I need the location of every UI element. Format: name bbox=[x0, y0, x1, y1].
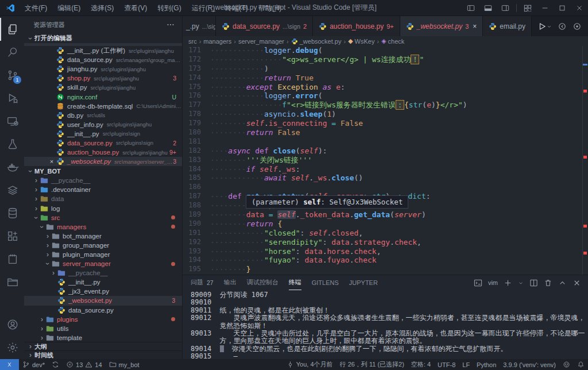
code-line[interactable]: 174············return True bbox=[183, 74, 588, 83]
code-line[interactable]: 175········except Exception as e: bbox=[183, 83, 588, 92]
menu-item[interactable]: 帮助(H) bbox=[253, 0, 287, 16]
maximize-panel-icon[interactable] bbox=[558, 279, 567, 287]
folder-explorer-icon[interactable] bbox=[0, 271, 24, 294]
status-item-feedback[interactable] bbox=[559, 359, 574, 370]
line-number[interactable]: 194 bbox=[183, 256, 210, 265]
code-line[interactable]: 177················f"<r>链接到ws服务器时发生错误：{s… bbox=[183, 101, 588, 110]
tree-item[interactable]: ›utils bbox=[24, 324, 182, 333]
maximize-button[interactable] bbox=[554, 0, 571, 16]
toggle-panel-icon[interactable] bbox=[479, 0, 497, 16]
terminal-output[interactable]: 89009分节阅读 10678901089011纸，他的灵魂，都是在此刻被重创！… bbox=[183, 290, 588, 359]
line-number[interactable]: 172 bbox=[183, 55, 210, 64]
timeline-section[interactable]: › 时间线 bbox=[24, 350, 182, 359]
panel-tab[interactable]: GITLENS bbox=[312, 275, 339, 290]
line-number[interactable]: 187 bbox=[183, 192, 210, 201]
code-line[interactable]: 178············asyncio.sleep(1) bbox=[183, 110, 588, 119]
line-number[interactable]: 177 bbox=[183, 101, 210, 110]
code-line[interactable]: 190········return { bbox=[183, 219, 588, 229]
code-line[interactable]: 179········self.is_connecting = False bbox=[183, 119, 588, 128]
last-edit-location-icon[interactable] bbox=[572, 22, 582, 31]
open-editor-item[interactable]: data_source.pysrc\managers\group_manager bbox=[24, 55, 182, 64]
status-item-language[interactable]: Python bbox=[473, 359, 500, 370]
breadcrumb-item[interactable]: src bbox=[188, 38, 197, 45]
explorer-more-actions-icon[interactable] bbox=[166, 20, 175, 29]
panel-tab[interactable]: 终端 bbox=[289, 275, 301, 290]
code-line[interactable]: 181 bbox=[183, 137, 588, 147]
status-item-blame[interactable]: You, 4个月前 bbox=[283, 359, 336, 370]
tree-item[interactable]: ›plugins bbox=[24, 315, 182, 324]
line-number[interactable]: 181 bbox=[183, 137, 210, 147]
menu-item[interactable]: 运行(R) bbox=[187, 0, 220, 16]
status-item-branch[interactable]: dev* bbox=[19, 359, 48, 370]
panel-tab[interactable]: JUPYTER bbox=[349, 275, 378, 290]
tree-item[interactable]: ›bot_manager bbox=[24, 232, 182, 241]
open-editor-item[interactable]: skill.pysrc\plugins\jianghu bbox=[24, 83, 182, 92]
overview-ruler[interactable] bbox=[582, 46, 588, 275]
code-line[interactable]: 191············"closed": self.closed, bbox=[183, 229, 588, 238]
toggle-secondary-sidebar-icon[interactable] bbox=[497, 0, 514, 16]
line-number[interactable]: 190 bbox=[183, 219, 210, 229]
minimize-button[interactable] bbox=[536, 0, 554, 16]
tree-item[interactable]: ›__pycache__ bbox=[24, 268, 182, 278]
editor-tab[interactable]: email.py bbox=[483, 16, 532, 36]
line-number[interactable]: 191 bbox=[183, 229, 210, 238]
code-line[interactable]: 180········return False bbox=[183, 128, 588, 137]
menu-item[interactable]: 文件(F) bbox=[20, 0, 52, 16]
close-icon[interactable]: × bbox=[47, 158, 56, 165]
code-line[interactable]: 185············await self._ws.close() bbox=[183, 174, 588, 183]
search-icon[interactable] bbox=[0, 41, 24, 64]
breadcrumb-item[interactable]: managers bbox=[203, 38, 231, 45]
close-window-button[interactable] bbox=[571, 0, 588, 16]
tree-item[interactable]: ›src bbox=[24, 213, 182, 222]
line-number[interactable]: 171 bbox=[183, 46, 210, 55]
outline-section[interactable]: › 大纲 bbox=[24, 342, 182, 350]
settings-gear-icon[interactable] bbox=[0, 336, 24, 359]
code-line[interactable]: 184········if self._ws: bbox=[183, 165, 588, 174]
open-editors-header[interactable]: › 打开的编辑器 bbox=[24, 33, 182, 43]
line-number[interactable]: 173 bbox=[183, 64, 210, 74]
tree-item[interactable]: ›managers bbox=[24, 222, 182, 232]
line-number[interactable]: 185 bbox=[183, 174, 210, 183]
menu-item[interactable]: 选择(S) bbox=[86, 0, 119, 16]
line-number[interactable]: 192 bbox=[183, 238, 210, 247]
open-editor-item[interactable]: __init__.pysrc\plugins\sign bbox=[24, 129, 182, 138]
tree-item[interactable]: __init__.py bbox=[24, 278, 182, 287]
testing-icon[interactable] bbox=[0, 133, 24, 156]
open-editor-item[interactable]: shop.pysrc\plugins\jianghu3 bbox=[24, 74, 182, 83]
open-editor-item[interactable]: data_source.pysrc\plugins\sign2 bbox=[24, 138, 182, 148]
line-number[interactable]: 195 bbox=[183, 265, 210, 274]
open-editor-item[interactable]: nginx.confU bbox=[24, 92, 182, 101]
breadcrumb-item[interactable]: ◈check bbox=[381, 37, 404, 45]
database-icon[interactable] bbox=[0, 202, 24, 225]
open-editor-item[interactable]: auction_house.pysrc\plugins\jianghu9+ bbox=[24, 148, 182, 157]
tree-item[interactable]: ›plugin_manager bbox=[24, 250, 182, 259]
code-line[interactable]: 195········} bbox=[183, 265, 588, 274]
run-debug-icon[interactable] bbox=[0, 87, 24, 110]
menu-item[interactable]: 转到(G) bbox=[152, 0, 186, 16]
line-number[interactable]: 188 bbox=[183, 201, 210, 210]
line-number[interactable]: 184 bbox=[183, 165, 210, 174]
status-item-indentation[interactable]: 空格: 4 bbox=[408, 359, 434, 370]
code-line[interactable]: 186 bbox=[183, 183, 588, 192]
tree-item[interactable]: ›.devcontainer bbox=[24, 185, 182, 194]
split-terminal-icon[interactable] bbox=[529, 279, 538, 287]
toggle-sidebar-icon[interactable] bbox=[462, 0, 479, 16]
account-icon[interactable] bbox=[0, 313, 24, 336]
code-line[interactable]: 171············logger.debug( bbox=[183, 46, 588, 55]
breadcrumb-item[interactable]: server_manager bbox=[238, 38, 284, 45]
status-item-remote[interactable] bbox=[0, 359, 19, 370]
editor-tab[interactable]: _.py...\sign bbox=[183, 16, 216, 36]
panel-tab[interactable]: 调试控制台 bbox=[247, 275, 278, 290]
open-editor-item[interactable]: user_info.pysrc\plugins\jianghu bbox=[24, 120, 182, 129]
menu-item[interactable]: 终端(T) bbox=[220, 0, 253, 16]
status-item-interpreter[interactable]: 3.9.9 ('venv': venv) bbox=[500, 359, 559, 370]
tree-item[interactable]: ›server_manager bbox=[24, 259, 182, 268]
open-editor-item[interactable]: create-db-template.sqlC:\Users\Administr… bbox=[24, 102, 182, 111]
status-item-encoding[interactable]: UTF-8 bbox=[434, 359, 459, 370]
line-number[interactable]: 189 bbox=[183, 210, 210, 219]
line-number[interactable]: 180 bbox=[183, 128, 210, 137]
panel-tab[interactable]: 输出 bbox=[224, 275, 237, 290]
status-item-sync[interactable] bbox=[48, 359, 63, 370]
code-line[interactable]: 182····async def close(self): bbox=[183, 147, 588, 156]
status-item-eol[interactable]: LF bbox=[459, 359, 473, 370]
